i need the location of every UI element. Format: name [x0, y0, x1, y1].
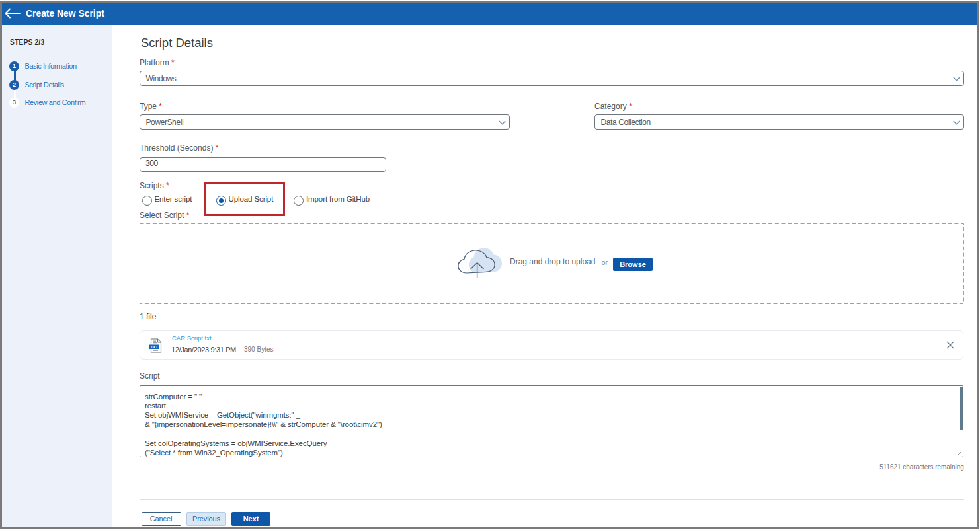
svg-text:TXT: TXT — [151, 345, 158, 349]
